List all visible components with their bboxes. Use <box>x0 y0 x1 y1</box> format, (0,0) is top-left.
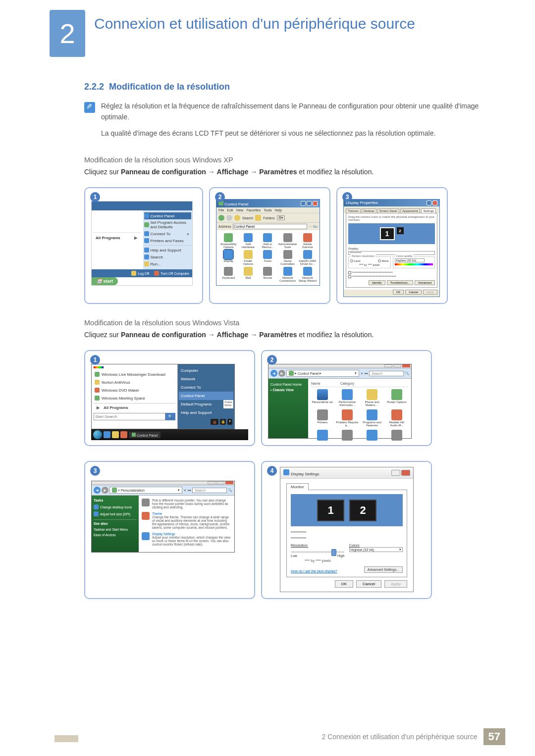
address-bar[interactable] <box>233 224 307 229</box>
taskbar-button[interactable]: Control Panel <box>129 432 160 438</box>
task-link[interactable]: Taskbar and Start Menu <box>94 527 137 532</box>
task-link[interactable]: Ease of Access <box>94 532 137 538</box>
cp-item[interactable]: Intel(R) GMA Driver for... <box>298 250 317 265</box>
cp-item[interactable]: Game Controllers <box>278 250 297 265</box>
back-button[interactable]: ◄ <box>94 487 101 494</box>
close-button[interactable] <box>401 470 410 476</box>
monitor-arrangement[interactable]: 1 2 <box>348 223 435 244</box>
advanced-settings-button[interactable]: Advanced Settings... <box>364 566 403 573</box>
breadcrumb[interactable]: « Personalization ▾ <box>109 487 182 494</box>
tab-settings[interactable]: Settings <box>421 208 436 213</box>
start-right-item[interactable]: Computer <box>179 366 233 375</box>
logoff-button[interactable]: Log Off <box>131 271 149 276</box>
monitor-1[interactable]: 1 <box>317 500 344 521</box>
monitor-1[interactable]: 1 <box>380 227 395 240</box>
cp-item[interactable]: Network Setup Wizard <box>298 267 317 282</box>
cp-item[interactable] <box>361 430 383 441</box>
sidebar-item[interactable]: Connect To▸ <box>144 230 192 237</box>
task-link[interactable]: Adjust font size (DPI) <box>94 510 137 517</box>
taskbar-icon[interactable] <box>104 431 110 438</box>
control-panel-menuitem[interactable]: Control Panel <box>144 212 192 219</box>
close-button[interactable] <box>432 201 437 205</box>
tab-desktop[interactable]: Desktop <box>362 208 376 213</box>
classic-view-link[interactable]: • Classic View <box>270 387 306 393</box>
cp-item[interactable]: Add or Remov... <box>259 233 277 249</box>
folders-icon[interactable] <box>255 215 261 221</box>
cp-item[interactable]: Accessibility Options <box>219 233 238 249</box>
back-button[interactable]: ◄ <box>270 370 277 377</box>
sidebar-item[interactable]: Search <box>144 253 192 260</box>
tab-themes[interactable]: Themes <box>346 208 361 213</box>
monitor-2[interactable]: 2 <box>349 500 376 521</box>
cp-item[interactable]: Network Connections <box>278 267 297 282</box>
start-item[interactable]: Windows DVD Maker <box>94 386 175 394</box>
up-icon[interactable] <box>234 215 240 221</box>
cp-item-personalization[interactable]: Personalizat ion <box>311 389 334 406</box>
advanced-button[interactable]: Advanced <box>415 280 435 285</box>
menubar[interactable]: FileEditViewFavoritesToolsHelp <box>216 207 320 213</box>
cp-item[interactable]: Folder Options <box>239 250 258 265</box>
cancel-button[interactable]: Cancel <box>356 580 381 588</box>
forward-button[interactable]: ► <box>102 487 108 494</box>
cp-item[interactable]: Realtek HD Audio M... <box>385 409 408 427</box>
sidebar-item[interactable]: Printers and Faxes <box>144 237 192 244</box>
all-programs-item[interactable]: ▶All Programs <box>94 403 175 412</box>
start-orb[interactable] <box>93 430 102 439</box>
search-field[interactable]: Search <box>192 488 227 493</box>
start-right-item[interactable]: Help and Support <box>179 408 233 417</box>
sidebar-item[interactable]: Set Program Access and Defaults <box>144 219 192 230</box>
start-right-item[interactable]: Network <box>179 375 233 383</box>
theme-link[interactable]: Theme <box>152 512 231 515</box>
cp-item[interactable]: Keyboard <box>219 267 238 282</box>
identify-button[interactable]: Identify <box>369 280 385 285</box>
cp-home-link[interactable]: Control Panel Home <box>270 382 306 387</box>
all-programs-item[interactable]: All Programs▶ <box>94 234 141 242</box>
apply-button[interactable]: Apply <box>384 580 407 588</box>
close-button[interactable] <box>313 201 318 206</box>
back-icon[interactable] <box>218 215 224 221</box>
apply-button[interactable]: Apply <box>423 290 437 295</box>
forward-icon[interactable] <box>226 215 232 221</box>
go-button[interactable]: → Go <box>309 225 318 228</box>
cp-item[interactable] <box>311 430 334 441</box>
ok-button[interactable]: OK <box>393 290 404 295</box>
control-panel-menuitem[interactable]: Control Panel <box>179 392 233 400</box>
troubleshoot-button[interactable]: Troubleshoot... <box>387 280 414 285</box>
cp-item[interactable]: Mail <box>239 267 258 282</box>
turnoff-button[interactable]: Turn Off Computer <box>154 271 189 276</box>
shutdown-menu[interactable]: ▸ <box>227 419 232 425</box>
cp-item[interactable]: Phone and Modem ... <box>361 389 383 406</box>
start-item[interactable]: Norton AntiVirus <box>94 378 175 386</box>
cp-item[interactable] <box>336 430 359 441</box>
help-link[interactable]: How do I get the best display? <box>291 569 337 573</box>
cp-item[interactable]: Power Options <box>385 389 408 406</box>
cp-item[interactable]: Printers <box>311 409 334 427</box>
resolution-slider[interactable] <box>291 551 344 553</box>
cp-item[interactable]: Mouse <box>259 267 277 282</box>
taskbar-icon[interactable] <box>112 431 119 438</box>
search-field[interactable]: Search <box>369 371 404 376</box>
colors-select[interactable]: Highest (32 bit)▾ <box>349 547 403 552</box>
minimize-button[interactable] <box>301 201 306 206</box>
lock-button[interactable]: 🔒 <box>220 419 226 425</box>
maximize-button[interactable] <box>307 201 312 206</box>
sidebar-item[interactable]: Help and Support <box>144 247 192 253</box>
display-settings-link[interactable]: Display Settings <box>152 532 231 536</box>
cancel-button[interactable]: Cancel <box>405 290 422 295</box>
search-icon[interactable]: 🔍 <box>228 488 232 492</box>
checkbox[interactable]: *********************************** <box>348 271 393 274</box>
cp-item-display[interactable]: Display <box>219 250 238 265</box>
cp-item[interactable] <box>385 430 408 441</box>
cp-item[interactable]: Add Hardware <box>239 233 258 249</box>
ok-button[interactable]: OK <box>335 580 354 588</box>
cp-item[interactable]: Programs and Features <box>361 409 383 427</box>
cp-item[interactable]: Problem Reports a... <box>336 409 359 427</box>
monitor-arrangement[interactable]: 1 2 <box>291 494 403 526</box>
color-quality-select[interactable]: Highest (32 bit) <box>395 258 425 262</box>
start-right-item[interactable]: Connect To <box>179 383 233 392</box>
help-button[interactable] <box>427 201 431 205</box>
sidebar-item[interactable]: Run... <box>144 260 192 267</box>
start-button[interactable]: 🪟 start <box>92 277 118 285</box>
toolbar[interactable]: Search Folders ☰▾ <box>216 213 320 222</box>
minimize-button[interactable] <box>391 470 400 476</box>
